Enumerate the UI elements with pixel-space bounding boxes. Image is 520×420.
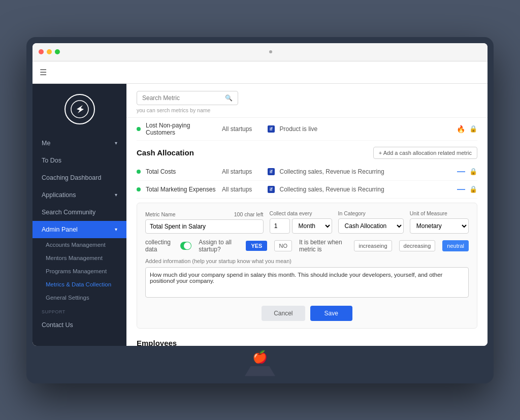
- chevron-down-icon: ▾: [115, 192, 117, 198]
- if-badge: if: [268, 186, 275, 193]
- assign-yes-button[interactable]: YES: [246, 241, 267, 251]
- section-title-cash: Cash Allocation: [137, 148, 194, 157]
- stand-base: [219, 376, 301, 383]
- metrics-area: Lost Non-paying Customers All startups i…: [126, 118, 488, 346]
- form-row-1: Metric Name 100 char left Collect data e…: [145, 210, 469, 234]
- sidebar: Me ▾ To Dos Coaching Dashboard Applicati…: [32, 84, 126, 346]
- collecting-label: collecting data: [145, 239, 173, 253]
- unit-label: Unit of Measure: [410, 210, 469, 216]
- main-content: 🔍 you can serch metrics by name Lost Non…: [126, 84, 488, 346]
- section-title-employees: Employees: [137, 339, 177, 346]
- search-icon: 🔍: [225, 94, 233, 102]
- added-info-label: Added information (help your startup kno…: [145, 258, 469, 264]
- metric-desc: Collecting sales, Revenue is Recurring: [280, 168, 452, 175]
- stand-neck: [245, 366, 275, 376]
- traffic-light-red[interactable]: [39, 49, 44, 54]
- traffic-light-green[interactable]: [55, 49, 60, 54]
- sidebar-nav: Me ▾ To Dos Coaching Dashboard Applicati…: [32, 135, 126, 346]
- camera-dot: [269, 50, 272, 53]
- section-header-cash: Cash Allocation + Add a cash allocation …: [137, 141, 477, 163]
- added-info-section: Added information (help your startup kno…: [145, 258, 469, 300]
- metric-desc: Product is live: [280, 125, 452, 133]
- table-row: Total Costs All startups if Collecting s…: [137, 163, 477, 181]
- sidebar-subitem-accounts[interactable]: Accounts Management: [32, 238, 126, 251]
- form-row-2: collecting data Assign to all startup? Y…: [145, 239, 469, 253]
- sidebar-item-todos[interactable]: To Dos: [32, 152, 126, 169]
- status-dot: [137, 187, 141, 191]
- metric-name: Total Marketing Expenses: [146, 186, 217, 193]
- increasing-button[interactable]: increaseing: [354, 240, 392, 251]
- chevron-down-icon: ▾: [115, 227, 117, 232]
- sidebar-section-support: SUPPORT: [32, 304, 126, 316]
- unit-select[interactable]: Monetary Number Percentage Boolean: [410, 218, 469, 234]
- table-row: Lost Non-paying Customers All startups i…: [137, 118, 477, 141]
- assign-label: Assign to all startup?: [199, 239, 239, 253]
- search-hint: you can serch metrics by name: [137, 107, 477, 113]
- status-dot: [137, 170, 141, 174]
- status-dot: [137, 127, 141, 131]
- collect-label: Collect data every: [270, 210, 332, 216]
- form-buttons: Cancel Save: [145, 306, 469, 321]
- lock-icon: 🔒: [469, 168, 477, 175]
- metric-name-label: Metric Name: [145, 211, 176, 217]
- collecting-toggle[interactable]: [180, 242, 192, 250]
- metric-name: Total Costs: [146, 168, 217, 175]
- sidebar-subitem-programs[interactable]: Programs Management: [32, 265, 126, 278]
- char-count: 100 char left: [234, 211, 264, 217]
- monitor-stand: 🍎: [32, 346, 488, 383]
- sidebar-logo: [32, 84, 126, 135]
- metric-scope: All startups: [222, 186, 263, 193]
- metric-name: Lost Non-paying Customers: [146, 122, 217, 136]
- neutral-button[interactable]: neutral: [442, 240, 469, 251]
- lock-icon: 🔒: [469, 185, 477, 193]
- metric-actions: 🔥 🔒: [457, 125, 477, 133]
- add-cash-metric-button[interactable]: + Add a cash allocation related metric: [373, 147, 477, 159]
- apple-logo: 🍎: [252, 346, 268, 366]
- save-button[interactable]: Save: [310, 306, 352, 321]
- sidebar-subitem-settings[interactable]: General Settings: [32, 291, 126, 304]
- sidebar-item-admin-panel[interactable]: Admin Panel ▾: [32, 221, 126, 238]
- remove-metric-button[interactable]: —: [457, 167, 465, 176]
- collect-num-input[interactable]: [270, 218, 290, 234]
- search-input[interactable]: [142, 94, 225, 102]
- metric-scope: All startups: [222, 168, 263, 175]
- sidebar-subitem-metrics[interactable]: Metrics & Data Collection: [32, 278, 126, 291]
- category-label: In Category: [338, 210, 404, 216]
- assign-no-button[interactable]: NO: [274, 240, 292, 251]
- metric-name-input[interactable]: [145, 219, 264, 234]
- lock-icon: 🔒: [469, 125, 477, 133]
- metric-desc: Collecting sales, Revenue is Recurring: [280, 186, 452, 193]
- employees-section: Employees All startups if Collecting dat…: [137, 333, 477, 346]
- logo-icon: [64, 94, 95, 124]
- sidebar-item-applications[interactable]: Applications ▾: [32, 186, 126, 204]
- chevron-down-icon: ▾: [115, 140, 117, 146]
- cancel-button[interactable]: Cancel: [262, 306, 305, 321]
- decreasing-button[interactable]: decreasing: [399, 240, 436, 251]
- added-info-textarea[interactable]: How much did your company spend in salar…: [145, 267, 469, 298]
- fire-icon: 🔥: [457, 125, 465, 133]
- if-badge: if: [268, 125, 275, 133]
- sidebar-item-contact[interactable]: Contact Us: [32, 316, 126, 334]
- sidebar-subitem-mentors[interactable]: Mentors Management: [32, 251, 126, 265]
- if-badge: if: [268, 168, 275, 175]
- collect-unit-select[interactable]: Month Day Week Quarter Year: [292, 218, 332, 234]
- remove-metric-button[interactable]: —: [457, 185, 465, 194]
- better-label: It is better when metric is: [299, 239, 347, 253]
- category-select[interactable]: Cash Allocation Revenue Employees Other: [338, 218, 404, 234]
- sidebar-item-search-community[interactable]: Search Community: [32, 204, 126, 221]
- metric-edit-form: Metric Name 100 char left Collect data e…: [137, 203, 477, 329]
- metric-scope: All startups: [222, 125, 263, 133]
- hamburger-icon[interactable]: ☰: [40, 68, 47, 77]
- sidebar-item-coaching[interactable]: Coaching Dashboard: [32, 169, 126, 186]
- traffic-light-yellow[interactable]: [47, 49, 52, 54]
- sidebar-item-me[interactable]: Me ▾: [32, 135, 126, 152]
- search-area: 🔍 you can serch metrics by name: [126, 84, 488, 118]
- table-row: Total Marketing Expenses All startups if…: [137, 181, 477, 199]
